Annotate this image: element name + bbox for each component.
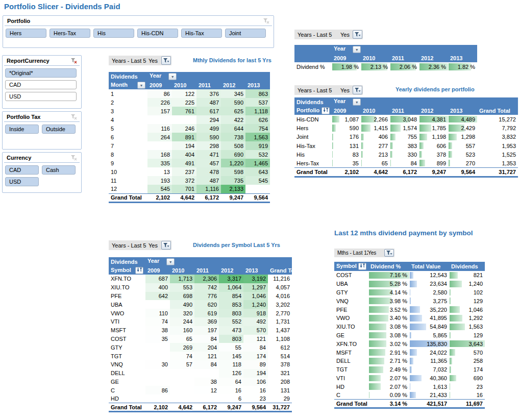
table-row: 186122376345863 <box>109 89 270 98</box>
filter-value: Yes <box>149 242 160 249</box>
sort-filter-icon[interactable] <box>135 267 143 274</box>
row-field: Portfolio <box>294 106 332 115</box>
slicer-item-usd[interactable]: USD <box>5 177 39 186</box>
row-label: Hers <box>294 123 332 132</box>
value-cell: 7.16 % <box>368 271 409 280</box>
value-cell: 863 <box>245 89 270 98</box>
row-label: DELL <box>334 357 368 365</box>
value-cell: 55 <box>219 343 243 352</box>
value-cell: 891 <box>172 133 196 141</box>
value-cell: 145 <box>219 352 243 360</box>
value-cell: 2.36 % <box>419 62 448 71</box>
excel-dashboard: Portfolio Slicer - Dividends Paid Portfo… <box>0 0 519 420</box>
filter-value: Yes <box>340 32 352 38</box>
chevron-down-icon[interactable]: ▼ <box>353 98 361 106</box>
page-filter-years-last5-monthly: Years - Last 5 Yes <box>109 56 171 65</box>
value-cell: 499 <box>196 124 221 133</box>
slicer-item-cad[interactable]: CAD <box>5 80 77 89</box>
clear-filter-button[interactable] <box>261 17 270 24</box>
value-cell: 35 <box>145 335 170 343</box>
slicer-item-his-cdn[interactable]: His-CDN <box>137 29 178 38</box>
row-grand-total: 612 <box>268 343 292 352</box>
value-cell: 5,865 <box>409 331 449 340</box>
value-cell: 4,381 <box>419 115 448 123</box>
value-cell: 264 <box>147 133 172 141</box>
value-cell <box>170 378 194 386</box>
slicer-title: Currency <box>7 155 31 161</box>
slicer-item-outside[interactable]: Outside <box>42 125 76 134</box>
slicer-item--original-[interactable]: *Original* <box>5 68 77 78</box>
row-grand-total: 1,108 <box>268 335 292 343</box>
sort-filter-icon[interactable] <box>322 107 330 114</box>
row-label: C <box>334 391 368 400</box>
clear-filter-button[interactable] <box>69 57 78 64</box>
filter-dropdown-button[interactable] <box>353 86 362 94</box>
row-label: VTI <box>334 374 368 383</box>
table-row: TGT2.49 %7,032174 <box>334 365 485 374</box>
slicer-item-usd[interactable]: USD <box>5 92 77 101</box>
table-row: Dividend %1.98 %2.13 %2.06 %2.36 %1.82 % <box>294 62 477 71</box>
value-cell: 755 <box>390 133 419 141</box>
value-cell: 523 <box>448 150 477 159</box>
value-cell: 1,240 <box>449 280 485 288</box>
row-label: 9 <box>109 159 147 167</box>
value-cell: 3,643 <box>449 339 485 348</box>
column-header: 2011 <box>390 54 419 62</box>
slicer-header: Portfolio <box>5 16 272 26</box>
value-cell: 65 <box>170 335 194 343</box>
slicer-item-hers-tax[interactable]: Hers-Tax <box>50 29 90 38</box>
slicer-item-his[interactable]: His <box>93 29 134 38</box>
slicer-item-hers[interactable]: Hers <box>6 29 46 38</box>
value-cell <box>245 185 270 193</box>
column-header: 2009 <box>332 54 361 62</box>
value-cell: 508 <box>221 141 245 150</box>
value-cell: 553 <box>170 283 194 292</box>
grand-total-row: Grand Total3.14 %421,51711,697 <box>334 400 485 408</box>
row-label: XIU.TO <box>109 283 145 292</box>
filter-dropdown-button[interactable] <box>353 30 362 39</box>
value-cell: 1,785 <box>419 123 448 132</box>
filter-dropdown-button[interactable] <box>161 241 171 250</box>
value-cell <box>147 141 172 150</box>
slicer-item-cash[interactable]: Cash <box>42 165 76 175</box>
value-cell: 1,046 <box>449 305 485 314</box>
value-cell: 21,433 <box>409 391 449 400</box>
value-cell: 204 <box>194 343 219 352</box>
clear-filter-button[interactable] <box>69 154 78 161</box>
slicer-item-his-tax[interactable]: His-Tax <box>181 29 222 38</box>
value-cell: 698 <box>170 292 194 301</box>
value-cell: 86 <box>147 89 172 98</box>
table-row: Hers-Tax3565848992701,353 <box>294 159 518 167</box>
value-cell: 7,032 <box>409 365 449 374</box>
value-cell: 194 <box>172 141 196 150</box>
value-cell: 473 <box>219 326 243 335</box>
value-cell: 372 <box>172 176 196 185</box>
chevron-down-icon[interactable]: ▼ <box>168 73 177 80</box>
chevron-down-icon[interactable]: ▼ <box>353 46 361 53</box>
value-cell: 478 <box>196 167 221 176</box>
corner-field: Dividends <box>294 97 332 106</box>
chevron-down-icon[interactable]: ▼ <box>137 82 145 89</box>
clear-filter-button[interactable] <box>69 113 78 120</box>
slicer-item-joint[interactable]: Joint <box>225 29 266 38</box>
value-cell: 570 <box>449 348 485 357</box>
value-cell: 918 <box>243 309 268 317</box>
slicer-item-inside[interactable]: Inside <box>5 125 39 134</box>
funnel-dropdown-icon <box>386 250 392 256</box>
sort-filter-icon[interactable] <box>358 263 366 270</box>
table-row: HD2.07 %1,61323 <box>334 382 485 391</box>
slicer-item-cad[interactable]: CAD <box>5 165 39 175</box>
chevron-down-icon[interactable]: ▼ <box>166 258 175 265</box>
row-label: UBA <box>334 280 368 288</box>
filter-dropdown-button[interactable] <box>384 249 394 257</box>
value-cell: 226 <box>147 98 172 107</box>
value-cell: 269 <box>170 343 194 352</box>
value-cell: 2,266 <box>361 115 390 123</box>
value-cell: 643 <box>245 167 270 176</box>
filter-dropdown-button[interactable] <box>161 56 171 65</box>
value-cell: 404 <box>172 150 196 159</box>
table-row: 2226225487590537 <box>109 98 270 107</box>
table-row: His-Tax1312773836065571,953 <box>294 141 518 150</box>
column-header: 2010 <box>361 54 390 62</box>
value-cell: 2.49 % <box>368 365 409 374</box>
